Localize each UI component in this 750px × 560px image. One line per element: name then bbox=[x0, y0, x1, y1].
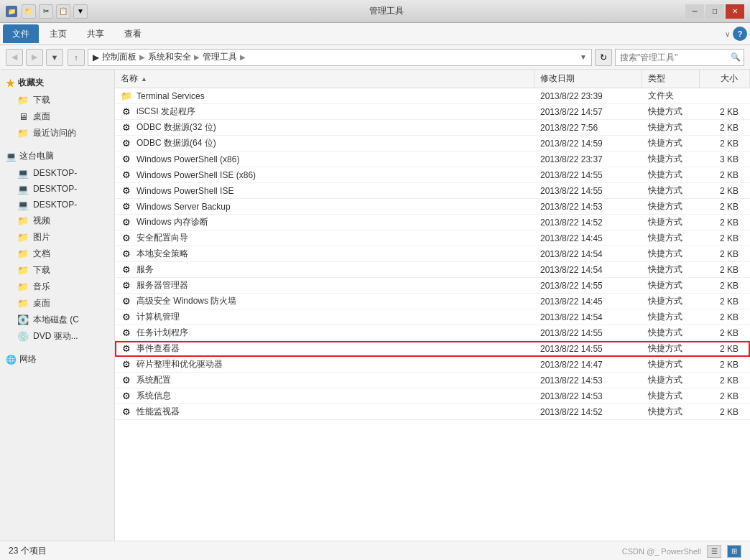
table-row[interactable]: ⚙ Windows PowerShell (x86) 2013/8/22 23:… bbox=[115, 151, 750, 167]
file-icon: ⚙ bbox=[121, 122, 132, 134]
sidebar-item-recent[interactable]: 📁 最近访问的 bbox=[0, 125, 114, 141]
sidebar-downloads2[interactable]: 📁 下载 bbox=[0, 262, 114, 279]
search-box[interactable]: 🔍 bbox=[615, 49, 744, 66]
view-details-button[interactable]: ☰ bbox=[707, 545, 721, 558]
file-icon: ⚙ bbox=[121, 248, 132, 260]
table-row[interactable]: ⚙ Windows 内存诊断 2013/8/22 14:52 快捷方式 2 KB bbox=[115, 215, 750, 230]
path-item-4[interactable]: 管理工具 bbox=[203, 51, 237, 63]
sidebar-desktop2[interactable]: 📁 桌面 bbox=[0, 295, 114, 312]
recent-button[interactable]: ▼ bbox=[46, 49, 63, 66]
ribbon-chevron-icon[interactable]: ∨ bbox=[725, 30, 730, 38]
table-row[interactable]: ⚙ 事件查看器 2013/8/22 14:55 快捷方式 2 KB bbox=[115, 341, 750, 357]
minimize-button[interactable]: ─ bbox=[685, 4, 704, 19]
file-size: 2 KB bbox=[700, 202, 750, 212]
sidebar-recent-label: 最近访问的 bbox=[33, 127, 76, 139]
column-headers: 名称 ▲ 修改日期 类型 大小 bbox=[115, 70, 750, 88]
file-date: 2013/8/22 14:53 bbox=[534, 375, 642, 386]
sidebar-thispc-header[interactable]: 💻 这台电脑 bbox=[0, 147, 114, 165]
file-icon: ⚙ bbox=[121, 106, 132, 118]
col-header-size[interactable]: 大小 bbox=[700, 70, 750, 88]
path-item-1[interactable]: ▶ bbox=[93, 52, 99, 62]
search-icon[interactable]: 🔍 bbox=[731, 52, 741, 62]
sidebar-item-desktop[interactable]: 🖥 桌面 bbox=[0, 108, 114, 125]
table-row[interactable]: ⚙ 碎片整理和优化驱动器 2013/8/22 14:47 快捷方式 2 KB bbox=[115, 357, 750, 373]
table-row[interactable]: ⚙ 计算机管理 2013/8/22 14:54 快捷方式 2 KB bbox=[115, 309, 750, 325]
sidebar-localdisk[interactable]: 💽 本地磁盘 (C bbox=[0, 312, 114, 328]
sidebar-drive-3[interactable]: 💻 DESKTOP- bbox=[0, 197, 114, 213]
col-header-type[interactable]: 类型 bbox=[642, 70, 700, 88]
file-size: 2 KB bbox=[700, 218, 750, 228]
path-dropdown-icon[interactable]: ▼ bbox=[580, 53, 587, 61]
file-date: 2013/8/22 14:54 bbox=[534, 312, 642, 322]
file-icon: ⚙ bbox=[121, 391, 132, 402]
col-size-label: 大小 bbox=[721, 73, 738, 85]
file-type: 快捷方式 bbox=[642, 216, 700, 228]
table-row[interactable]: ⚙ 任务计划程序 2013/8/22 14:55 快捷方式 2 KB bbox=[115, 325, 750, 341]
search-input[interactable] bbox=[620, 52, 728, 62]
maximize-button[interactable]: □ bbox=[705, 4, 724, 19]
tab-share[interactable]: 共享 bbox=[78, 24, 114, 43]
file-name-text: ODBC 数据源(32 位) bbox=[136, 121, 216, 134]
toolbar-icon-1[interactable]: 📁 bbox=[22, 4, 36, 19]
sidebar-downloads-label: 下载 bbox=[33, 94, 50, 106]
sidebar-videos[interactable]: 📁 视频 bbox=[0, 213, 114, 229]
table-row[interactable]: ⚙ 服务 2013/8/22 14:54 快捷方式 2 KB bbox=[115, 262, 750, 278]
sidebar-drive-2[interactable]: 💻 DESKTOP- bbox=[0, 181, 114, 197]
table-row[interactable]: ⚙ iSCSI 发起程序 2013/8/22 14:57 快捷方式 2 KB bbox=[115, 104, 750, 120]
documents-icon: 📁 bbox=[17, 248, 29, 260]
table-row[interactable]: ⚙ Windows PowerShell ISE 2013/8/22 14:55… bbox=[115, 183, 750, 199]
toolbar-icon-3[interactable]: 📋 bbox=[56, 4, 70, 19]
table-row[interactable]: ⚙ Windows Server Backup 2013/8/22 14:53 … bbox=[115, 199, 750, 215]
sidebar-pictures[interactable]: 📁 图片 bbox=[0, 229, 114, 246]
col-header-date[interactable]: 修改日期 bbox=[534, 70, 642, 88]
back-button[interactable]: ◀ bbox=[6, 49, 23, 66]
table-row[interactable]: ⚙ ODBC 数据源(32 位) 2013/8/22 7:56 快捷方式 2 K… bbox=[115, 120, 750, 136]
sidebar-item-downloads[interactable]: 📁 下载 bbox=[0, 92, 114, 108]
file-name-cell: ⚙ 安全配置向导 bbox=[115, 232, 534, 244]
table-row[interactable]: ⚙ 系统配置 2013/8/22 14:53 快捷方式 2 KB bbox=[115, 373, 750, 388]
table-row[interactable]: ⚙ 高级安全 Windows 防火墙 2013/8/22 14:45 快捷方式 … bbox=[115, 294, 750, 309]
table-row[interactable]: ⚙ 性能监视器 2013/8/22 14:52 快捷方式 2 KB bbox=[115, 404, 750, 420]
path-item-3[interactable]: 系统和安全 bbox=[148, 51, 191, 63]
table-row[interactable]: ⚙ 系统信息 2013/8/22 14:53 快捷方式 2 KB bbox=[115, 388, 750, 404]
file-type: 快捷方式 bbox=[642, 121, 700, 134]
sidebar-music[interactable]: 📁 音乐 bbox=[0, 279, 114, 295]
table-row[interactable]: ⚙ 安全配置向导 2013/8/22 14:45 快捷方式 2 KB bbox=[115, 230, 750, 246]
sidebar-documents[interactable]: 📁 文档 bbox=[0, 246, 114, 262]
path-item-2[interactable]: 控制面板 bbox=[102, 51, 136, 63]
tab-home[interactable]: 主页 bbox=[40, 24, 76, 43]
refresh-button[interactable]: ↻ bbox=[595, 49, 612, 66]
file-type: 快捷方式 bbox=[642, 248, 700, 260]
table-row[interactable]: 📁 Terminal Services 2013/8/22 23:39 文件夹 bbox=[115, 88, 750, 104]
help-button[interactable]: ? bbox=[733, 27, 747, 41]
file-date: 2013/8/22 14:54 bbox=[534, 265, 642, 275]
toolbar-icon-4[interactable]: ▼ bbox=[73, 4, 88, 19]
title-toolbar-icons: 📁 ✂ 📋 ▼ bbox=[22, 4, 88, 19]
up-button[interactable]: ↑ bbox=[68, 49, 85, 66]
close-button[interactable]: ✕ bbox=[726, 4, 744, 19]
table-row[interactable]: ⚙ 本地安全策略 2013/8/22 14:54 快捷方式 2 KB bbox=[115, 246, 750, 262]
tab-file[interactable]: 文件 bbox=[3, 24, 39, 43]
view-large-button[interactable]: ⊞ bbox=[727, 545, 741, 558]
main-layout: ★ 收藏夹 📁 下载 🖥 桌面 📁 最近访问的 💻 这台电脑 💻 DESKTOP… bbox=[0, 70, 750, 541]
tab-view[interactable]: 查看 bbox=[115, 24, 151, 43]
table-row[interactable]: ⚙ ODBC 数据源(64 位) 2013/8/22 14:59 快捷方式 2 … bbox=[115, 136, 750, 151]
file-name-text: 服务 bbox=[136, 263, 154, 276]
forward-button[interactable]: ▶ bbox=[26, 49, 43, 66]
file-icon: ⚙ bbox=[121, 327, 132, 339]
col-date-label: 修改日期 bbox=[540, 73, 575, 85]
toolbar-icon-2[interactable]: ✂ bbox=[39, 4, 53, 19]
sidebar-drive-1[interactable]: 💻 DESKTOP- bbox=[0, 165, 114, 181]
table-row[interactable]: ⚙ 服务器管理器 2013/8/22 14:55 快捷方式 2 KB bbox=[115, 278, 750, 294]
file-size: 2 KB bbox=[700, 233, 750, 243]
table-row[interactable]: ⚙ Windows PowerShell ISE (x86) 2013/8/22… bbox=[115, 167, 750, 183]
file-list: 📁 Terminal Services 2013/8/22 23:39 文件夹 … bbox=[115, 88, 750, 541]
sidebar-dvd[interactable]: 💿 DVD 驱动... bbox=[0, 328, 114, 345]
sidebar-favorites-header[interactable]: ★ 收藏夹 bbox=[0, 74, 114, 92]
sidebar-network-header[interactable]: 🌐 网络 bbox=[0, 350, 114, 368]
file-icon: ⚙ bbox=[121, 343, 132, 355]
file-date: 2013/8/22 14:55 bbox=[534, 186, 642, 196]
address-path[interactable]: ▶ 控制面板 ▶ 系统和安全 ▶ 管理工具 ▶ ▼ bbox=[88, 49, 592, 66]
col-header-name[interactable]: 名称 ▲ bbox=[115, 70, 534, 88]
file-size: 2 KB bbox=[700, 407, 750, 417]
